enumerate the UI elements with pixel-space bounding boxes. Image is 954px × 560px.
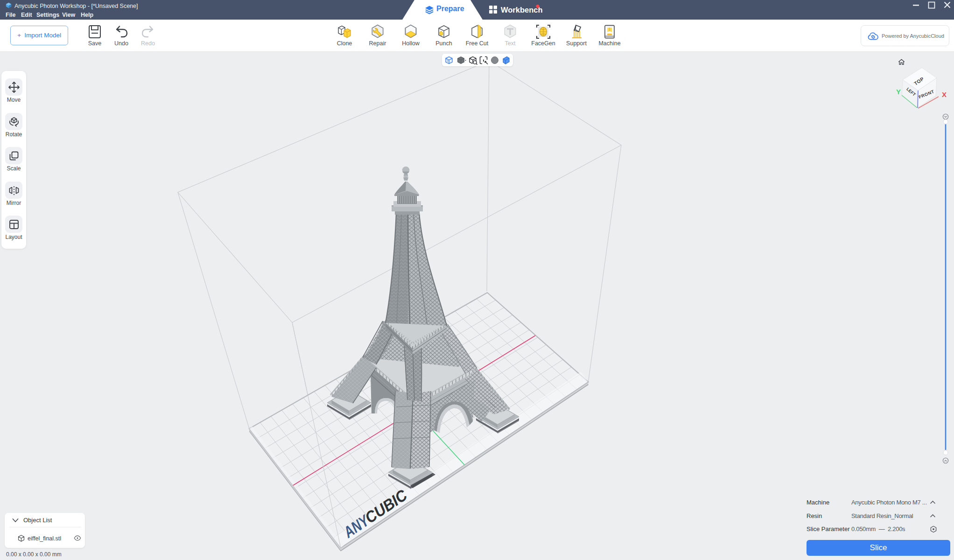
- svg-text:X: X: [942, 91, 947, 98]
- svg-text:Y: Y: [896, 88, 901, 96]
